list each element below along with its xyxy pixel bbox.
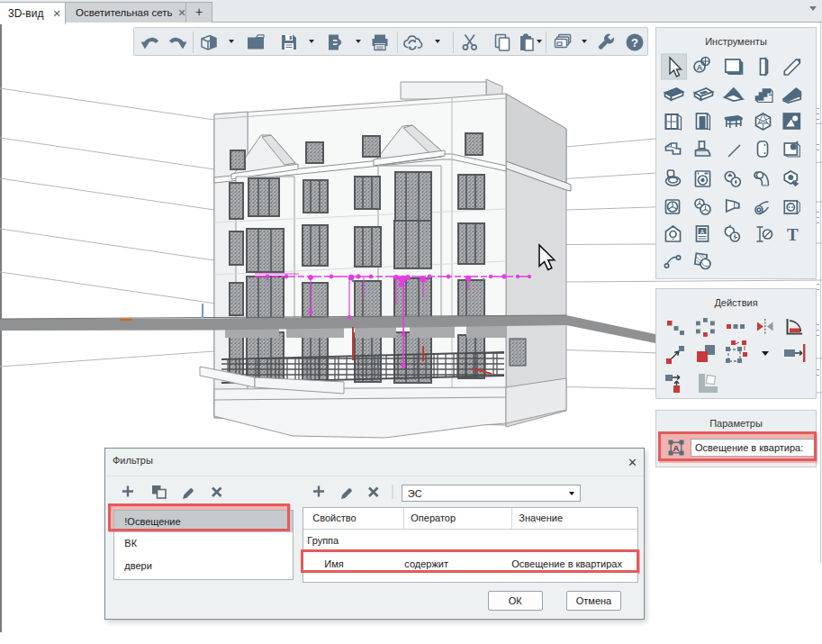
svg-text:A: A <box>697 63 703 72</box>
svg-text:?: ? <box>631 36 638 50</box>
svg-text:A: A <box>700 229 705 235</box>
svg-text:T: T <box>787 225 799 244</box>
